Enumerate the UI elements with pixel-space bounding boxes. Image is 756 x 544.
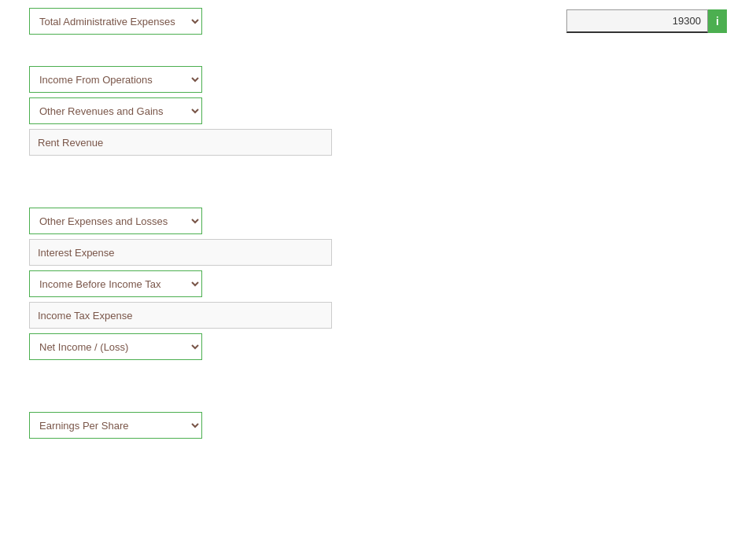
spacer: [0, 388, 756, 412]
net-income-loss-dropdown[interactable]: Net Income / (Loss): [29, 333, 202, 360]
other-expenses-and-losses-dropdown[interactable]: Other Expenses and Losses: [29, 208, 202, 234]
rent-revenue-field[interactable]: [29, 129, 332, 156]
income-from-operations-dropdown[interactable]: Income From Operations: [29, 66, 202, 93]
sections-container: Income From OperationsOther Revenues and…: [0, 42, 756, 439]
interest-expense-field[interactable]: [29, 239, 332, 266]
total-administrative-expenses-dropdown[interactable]: Total Administrative Expenses: [29, 8, 202, 35]
section-net-income-loss: Net Income / (Loss): [0, 333, 756, 360]
earnings-per-share-dropdown[interactable]: Earnings Per Share: [29, 412, 202, 439]
section-income-tax-expense: [0, 302, 756, 329]
page-container: Total Administrative Expenses i Income F…: [0, 0, 756, 544]
spacer: [0, 42, 756, 66]
value-container: i: [566, 9, 727, 33]
other-revenues-and-gains-dropdown[interactable]: Other Revenues and Gains: [29, 97, 202, 124]
section-interest-expense: [0, 239, 756, 266]
spacer: [0, 184, 756, 208]
spacer: [0, 365, 756, 388]
section-other-revenues-and-gains: Other Revenues and Gains: [0, 97, 756, 124]
total-admin-expenses-value[interactable]: [566, 9, 708, 33]
section-other-expenses-and-losses: Other Expenses and Losses: [0, 208, 756, 234]
income-before-income-tax-dropdown[interactable]: Income Before Income Tax: [29, 270, 202, 297]
section-earnings-per-share: Earnings Per Share: [0, 412, 756, 439]
info-button[interactable]: i: [708, 9, 727, 33]
section-income-before-income-tax: Income Before Income Tax: [0, 270, 756, 297]
top-row: Total Administrative Expenses i: [0, 8, 756, 35]
section-rent-revenue: [0, 129, 756, 156]
spacer: [0, 160, 756, 184]
income-tax-expense-field[interactable]: [29, 302, 332, 329]
section-income-from-operations: Income From Operations: [0, 66, 756, 93]
